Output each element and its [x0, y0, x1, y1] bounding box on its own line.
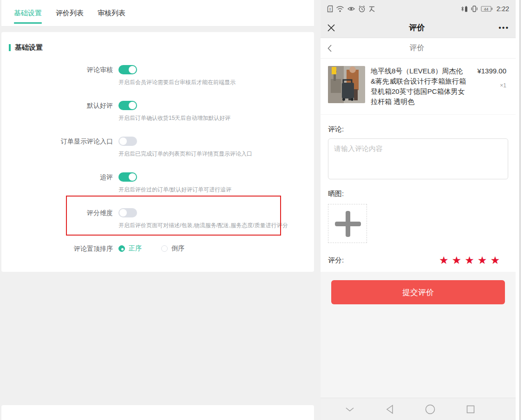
vibrate-icon [471, 5, 478, 13]
product-title: 地平线8号（LEVEL8）周杰伦&蒋先威联合设计行李箱旅行箱登机箱20英寸德国P… [371, 66, 467, 107]
back-chevron-icon[interactable] [327, 44, 332, 52]
radio-label: 倒序 [171, 244, 184, 253]
rating-row: 评分: ★ ★ ★ ★ ★ [328, 255, 508, 265]
tab-audit-list[interactable]: 审核列表 [98, 0, 125, 26]
setting-label: 默认好评 [1, 101, 118, 122]
gesture-icon [368, 6, 375, 13]
alarm-icon [358, 5, 366, 13]
product-quantity: ×1 [467, 82, 506, 89]
setting-label: 评论审核 [1, 65, 118, 86]
toggle-knob [119, 138, 127, 145]
webview-title: 评价 [335, 22, 498, 33]
star-rating: ★ ★ ★ ★ ★ [439, 255, 500, 265]
tab-review-list[interactable]: 评价列表 [56, 0, 84, 26]
tab-basic-settings[interactable]: 基础设置 [14, 0, 42, 26]
photos-label: 晒图: [328, 190, 508, 198]
rating-dimension-toggle[interactable] [118, 208, 137, 217]
add-photo-button[interactable] [328, 204, 367, 243]
page-header: 评价 [321, 38, 516, 59]
section-accent-bar [9, 44, 11, 51]
more-menu-icon[interactable]: ••• [498, 24, 509, 32]
comment-label: 评论: [328, 125, 508, 134]
comment-input[interactable] [328, 138, 508, 179]
rating-label: 评分: [328, 256, 344, 265]
svg-text:!: ! [329, 7, 331, 12]
setting-row-rating-dimension: 评分维度 开启后评价页面可对描述/包装,物流服务/配送,服务态度/质量进行评分 [1, 208, 314, 229]
star-icon[interactable]: ★ [452, 255, 462, 265]
radio-label: 正序 [129, 244, 142, 253]
recents-square-icon[interactable] [466, 405, 475, 414]
eye-protect-icon [347, 6, 355, 12]
section-title: 基础设置 [15, 43, 43, 52]
setting-description: 开启后评价页面可对描述/包装,物流服务/配送,服务态度/质量进行评分 [118, 222, 314, 229]
setting-label: 追评 [1, 172, 118, 193]
tab-bar: 基础设置 评价列表 审核列表 [1, 0, 314, 26]
close-icon[interactable] [327, 24, 335, 32]
product-card[interactable]: 地平线8号（LEVEL8）周杰伦&蒋先威联合设计行李箱旅行箱登机箱20英寸德国P… [321, 59, 516, 115]
svg-text:44: 44 [484, 7, 489, 12]
status-bar-right: 44 2:22 [460, 5, 509, 13]
wifi-icon [336, 6, 344, 13]
star-icon[interactable]: ★ [465, 255, 474, 265]
scrollbar-track[interactable] [519, 0, 521, 420]
star-icon[interactable]: ★ [439, 255, 449, 265]
setting-label: 评分维度 [1, 208, 118, 229]
android-nav-bar [321, 398, 516, 420]
toggle-knob [119, 209, 127, 217]
setting-description: 开启后会员评论需要后台审核后才能在前端显示 [118, 79, 314, 86]
comment-audit-toggle[interactable] [118, 65, 137, 74]
setting-row-follow-up-review: 追评 开启后评价过的订单/默认好评订单可进行追评 [1, 172, 314, 193]
window-right-gutter [516, 0, 524, 420]
setting-description: 开启后订单确认收货15天后自动增加默认好评 [118, 115, 314, 122]
phone-bottom-area: 提交评价 [321, 272, 516, 420]
left-footer-strip [1, 405, 314, 420]
settings-card: 基础设置 评论审核 开启后会员评论需要后台审核后才能在前端显示 默认好评 开启后… [1, 32, 314, 272]
battery-level-icon: 44 [481, 6, 493, 12]
order-comment-entry-toggle[interactable] [118, 137, 137, 146]
toggle-knob [129, 173, 136, 181]
section-header: 基础设置 [1, 32, 314, 52]
admin-settings-panel: 基础设置 评价列表 审核列表 基础设置 评论审核 开启后会员评论需要后台审核后才… [0, 0, 321, 420]
sim-alert-icon: ! [327, 5, 333, 13]
follow-up-review-toggle[interactable] [118, 172, 137, 182]
setting-label: 评论置顶排序 [1, 244, 118, 253]
status-bar-left-icons: ! [327, 5, 375, 13]
app-window: 基础设置 评价列表 审核列表 基础设置 评论审核 开启后会员评论需要后台审核后才… [0, 0, 524, 420]
mobile-preview: ! 44 2:22 评价 ••• 评价 [321, 0, 516, 420]
page-title: 评价 [332, 43, 502, 53]
toggle-knob [129, 66, 136, 73]
setting-label: 订单显示评论入口 [1, 137, 118, 158]
radio-dot [161, 245, 168, 252]
setting-description: 开启后评价过的订单/默认好评订单可进行追评 [118, 186, 314, 193]
home-circle-icon[interactable] [425, 404, 436, 415]
product-price: ¥1399.00 [467, 67, 506, 75]
submit-review-button[interactable]: 提交评价 [331, 280, 505, 304]
star-icon[interactable]: ★ [478, 255, 487, 265]
back-triangle-icon[interactable] [385, 404, 394, 414]
bluetooth-battery-icon [460, 5, 468, 13]
chevron-down-icon[interactable] [345, 407, 355, 412]
status-bar-time: 2:22 [497, 5, 509, 13]
webview-header: 评价 ••• [321, 18, 516, 38]
setting-description: 开启后已完成订单的列表页和订单详情页显示评论入口 [118, 151, 314, 158]
product-image [328, 66, 365, 103]
setting-row-comment-audit: 评论审核 开启后会员评论需要后台审核后才能在前端显示 [1, 65, 314, 86]
status-bar: ! 44 2:22 [321, 0, 516, 18]
radio-ascending[interactable]: 正序 [118, 244, 142, 253]
radio-descending[interactable]: 倒序 [161, 244, 184, 253]
setting-row-default-praise: 默认好评 开启后订单确认收货15天后自动增加默认好评 [1, 101, 314, 122]
setting-row-pinned-sort: 评论置顶排序 正序 倒序 [1, 244, 314, 253]
setting-row-order-comment-entry: 订单显示评论入口 开启后已完成订单的列表页和订单详情页显示评论入口 [1, 137, 314, 158]
radio-dot [118, 245, 125, 252]
toggle-knob [129, 102, 136, 109]
sort-radio-group: 正序 倒序 [118, 244, 314, 253]
default-praise-toggle[interactable] [118, 101, 137, 110]
star-icon[interactable]: ★ [490, 255, 500, 265]
